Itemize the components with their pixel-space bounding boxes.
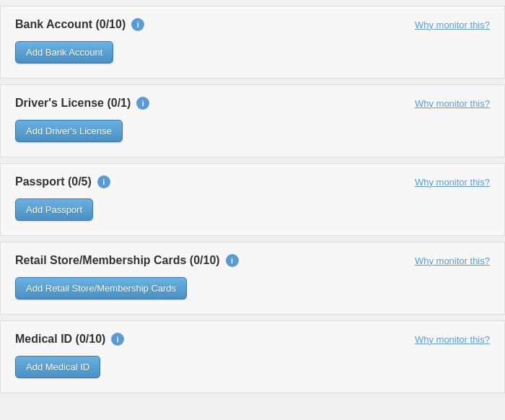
section-card-drivers-license: Driver's License (0/1) i Why monitor thi… [0, 84, 505, 157]
section-header-bank-account: Bank Account (0/10) i Why monitor this? [15, 18, 490, 31]
section-header-passport: Passport (0/5) i Why monitor this? [15, 175, 490, 188]
section-title-group-medical-id: Medical ID (0/10) i [15, 333, 124, 346]
section-title-group-drivers-license: Driver's License (0/1) i [15, 97, 149, 110]
section-title-retail-membership: Retail Store/Membership Cards (0/10) [15, 254, 220, 267]
section-title-drivers-license: Driver's License (0/1) [15, 97, 131, 110]
section-title-group-bank-account: Bank Account (0/10) i [15, 18, 144, 31]
section-card-bank-account: Bank Account (0/10) i Why monitor this? … [0, 6, 505, 79]
add-button-passport[interactable]: Add Passport [15, 198, 93, 221]
why-monitor-link-drivers-license[interactable]: Why monitor this? [415, 98, 490, 109]
section-header-drivers-license: Driver's License (0/1) i Why monitor thi… [15, 97, 490, 110]
info-icon-bank-account[interactable]: i [131, 18, 144, 31]
info-icon-passport[interactable]: i [97, 175, 110, 188]
info-icon-drivers-license[interactable]: i [136, 97, 149, 110]
section-header-retail-membership: Retail Store/Membership Cards (0/10) i W… [15, 254, 490, 267]
add-button-bank-account[interactable]: Add Bank Account [15, 41, 113, 64]
section-title-medical-id: Medical ID (0/10) [15, 333, 105, 346]
section-card-retail-membership: Retail Store/Membership Cards (0/10) i W… [0, 242, 505, 315]
section-card-medical-id: Medical ID (0/10) i Why monitor this? Ad… [0, 320, 505, 393]
why-monitor-link-retail-membership[interactable]: Why monitor this? [415, 255, 490, 266]
section-title-group-passport: Passport (0/5) i [15, 175, 110, 188]
page-container: Bank Account (0/10) i Why monitor this? … [0, 0, 505, 405]
add-button-retail-membership[interactable]: Add Retail Store/Membership Cards [15, 277, 187, 299]
section-card-passport: Passport (0/5) i Why monitor this? Add P… [0, 163, 505, 236]
section-title-bank-account: Bank Account (0/10) [15, 18, 126, 31]
section-title-passport: Passport (0/5) [15, 175, 92, 188]
why-monitor-link-medical-id[interactable]: Why monitor this? [415, 334, 490, 345]
section-title-group-retail-membership: Retail Store/Membership Cards (0/10) i [15, 254, 239, 267]
why-monitor-link-bank-account[interactable]: Why monitor this? [415, 19, 490, 30]
section-header-medical-id: Medical ID (0/10) i Why monitor this? [15, 333, 490, 346]
info-icon-medical-id[interactable]: i [111, 333, 124, 346]
info-icon-retail-membership[interactable]: i [226, 254, 239, 267]
add-button-medical-id[interactable]: Add Medical ID [15, 356, 100, 378]
why-monitor-link-passport[interactable]: Why monitor this? [415, 177, 490, 188]
add-button-drivers-license[interactable]: Add Driver's License [15, 120, 123, 142]
